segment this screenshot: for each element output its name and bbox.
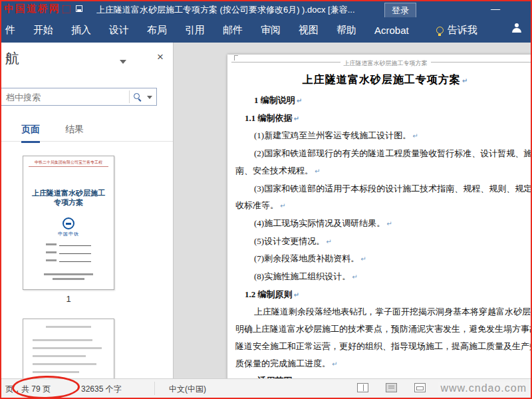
search-placeholder: 档中搜索	[6, 92, 41, 104]
watermark-pattern	[63, 5, 70, 13]
thumbnail-text-line	[33, 355, 86, 357]
doc-line: 1 编制说明↵	[254, 92, 531, 110]
page-header: 上庄隧道富水砂层施工专项方案	[227, 56, 531, 66]
thumbnail-text-line	[33, 371, 79, 373]
doc-line: (8)实施性施工组织设计。↵	[254, 268, 531, 286]
paragraph-mark: ↵	[280, 202, 285, 209]
paragraph-mark: ↵	[462, 77, 468, 84]
sign-in-button[interactable]: 登录	[384, 3, 416, 19]
paragraph-mark: ↵	[412, 132, 418, 140]
doc-line: 收标准等。↵	[235, 197, 531, 215]
tab-references[interactable]: 引用	[185, 24, 205, 37]
navigation-pane-title: 航	[5, 49, 19, 68]
tab-view[interactable]: 视图	[299, 24, 319, 37]
tab-results[interactable]: 结果	[65, 124, 84, 136]
document-page[interactable]: 上庄隧道富水砂层施工专项方案 上庄隧道富水砂层施工专项方案↵ 1 编制说明↵ 1…	[227, 55, 531, 379]
web-layout-icon[interactable]	[414, 383, 426, 392]
doc-line: (3)国家和铁道部的适用于本标段的设计施工技术指南、规程、规则、规定、质量验	[254, 180, 531, 198]
paragraph-mark: ↵	[294, 115, 299, 122]
close-icon[interactable]: ×	[157, 51, 164, 64]
thumbnail-text-line	[33, 363, 96, 365]
document-title: 上庄隧道富水砂层施工专项方案 (按公司要求修改6月) ).docx [兼容...	[96, 4, 355, 16]
navigation-pane: 航 × 档中搜索 页面 结果 中铁二十局集团有限公司宝兰客专工程 上庄隧道富水砂…	[1, 43, 174, 379]
search-options-caret-icon[interactable]	[147, 96, 152, 99]
doc-line: 质保量的完成施工进度。↵	[235, 355, 531, 373]
minimize-button[interactable]: —	[485, 2, 505, 15]
doc-line: (1)新建宝鸡至兰州客运专线施工设计图。↵	[254, 127, 531, 145]
thumbnail-text-line	[33, 347, 102, 349]
tab-pages[interactable]: 页面	[21, 124, 40, 143]
doc-line: 1.1 编制依据↵	[245, 110, 531, 128]
company-logo-icon	[63, 217, 74, 229]
tab-design[interactable]: 设计	[109, 24, 129, 37]
save-icon[interactable]	[76, 5, 82, 12]
doc-line: 1.2 编制原则↵	[245, 286, 531, 304]
tab-home[interactable]: 开始	[33, 24, 53, 37]
ribbon-tab-bar: 件 开始 插入 设计 布局 引用 邮件 审阅 视图 帮助 Acrobat 告诉我	[1, 17, 531, 43]
doc-line: 明确上庄隧道富水砂层施工的技术要点，预防涌泥灾害发生，避免发生塌方事故，保	[235, 321, 531, 338]
tab-insert[interactable]: 插入	[71, 24, 91, 37]
paragraph-mark: ↵	[326, 238, 331, 245]
share-person-icon[interactable]	[512, 23, 521, 33]
view-switcher	[357, 383, 426, 392]
paragraph-mark: ↵	[360, 255, 366, 263]
tab-help[interactable]: 帮助	[336, 24, 356, 37]
tell-me-box[interactable]: 告诉我	[436, 24, 477, 37]
doc-line: (2)国家和铁道部现行的有关的隧道工程质量验收暂行标准、设计暂规、施工技术指	[254, 145, 531, 162]
paragraph-mark: ↵	[332, 360, 337, 368]
doc-line: 上庄隧道剩余段落经地表钻孔，掌子面开挖揭示洞身基本将穿越富水砂层的地质	[254, 303, 531, 321]
paragraph-mark: ↵	[386, 220, 392, 227]
navigation-options-caret-icon[interactable]	[120, 60, 126, 64]
word-count-indicator[interactable]: 32635 个字	[81, 384, 122, 395]
paragraph-mark: ↵	[294, 291, 299, 299]
company-logo: 中国中铁	[23, 217, 114, 237]
thumbnail-cover-title: 上庄隧道富水砂层施工 专项方案	[23, 188, 114, 207]
title-bar: 上庄隧道富水砂层施工专项方案 (按公司要求修改6月) ).docx [兼容...…	[1, 1, 531, 17]
paragraph-mark: ↵	[297, 97, 302, 104]
thumbnail-text-line	[46, 326, 91, 328]
tab-file[interactable]: 件	[5, 24, 15, 37]
thumbnail-header-text: 中铁二十局集团有限公司宝兰客专工程	[29, 160, 108, 167]
search-divider	[129, 90, 130, 103]
page-thumbnail-1[interactable]: 中铁二十局集团有限公司宝兰客专工程 上庄隧道富水砂层施工 专项方案 中国中铁	[23, 156, 114, 290]
document-body[interactable]: 1 编制说明↵ 1.1 编制依据↵ (1)新建宝鸡至兰州客运专线施工设计图。↵ …	[235, 92, 531, 379]
site-watermark-top: 中国道桥网	[4, 3, 70, 15]
page-thumbnail-2[interactable]	[23, 319, 114, 379]
document-heading: 上庄隧道富水砂层施工专项方案↵	[227, 73, 531, 87]
tab-mailings[interactable]: 邮件	[223, 24, 243, 37]
navigation-tabs: 页面 结果	[1, 120, 173, 142]
print-layout-icon[interactable]	[386, 383, 397, 392]
document-search-input[interactable]: 档中搜索	[1, 88, 157, 106]
language-indicator[interactable]: 中文(中国)	[169, 384, 206, 395]
status-divider	[154, 382, 155, 395]
thumbnail-footer-lines	[23, 273, 114, 283]
thumbnail-text-line	[33, 339, 92, 341]
site-watermark-bottom: www.cndao.com	[438, 382, 527, 394]
doc-line: 南、安全技术规程。↵	[235, 162, 531, 180]
read-mode-icon[interactable]	[357, 383, 368, 392]
tab-review[interactable]: 审阅	[261, 24, 281, 37]
paragraph-mark: ↵	[352, 273, 357, 281]
doc-line: 隧道安全施工和正常运营，更好的组织、指导现场施工，提高施工质量及生产效	[235, 338, 531, 355]
tab-layout[interactable]: 布局	[147, 24, 167, 37]
paragraph-mark: ↵	[315, 168, 320, 175]
document-canvas: 上庄隧道富水砂层施工专项方案 上庄隧道富水砂层施工专项方案↵ 1 编制说明↵ 1…	[174, 43, 531, 379]
doc-line: (4)施工现场实际情况及调研结果。↵	[254, 215, 531, 233]
page-number-label: 1	[23, 294, 114, 304]
tab-acrobat[interactable]: Acrobat	[374, 25, 409, 36]
doc-line: (7)剩余段落地质补勘资料。↵	[254, 250, 531, 268]
app-window: 上庄隧道富水砂层施工专项方案 (按公司要求修改6月) ).docx [兼容...…	[0, 0, 532, 399]
doc-line: (5)设计变更情况。↵	[254, 233, 531, 251]
lightbulb-icon	[436, 27, 444, 34]
search-icon[interactable]	[134, 93, 142, 101]
page-count-indicator[interactable]: 页，共 79 页	[5, 384, 51, 395]
status-bar: 页，共 79 页 32635 个字 中文(中国) www.cndao.com	[1, 378, 531, 398]
